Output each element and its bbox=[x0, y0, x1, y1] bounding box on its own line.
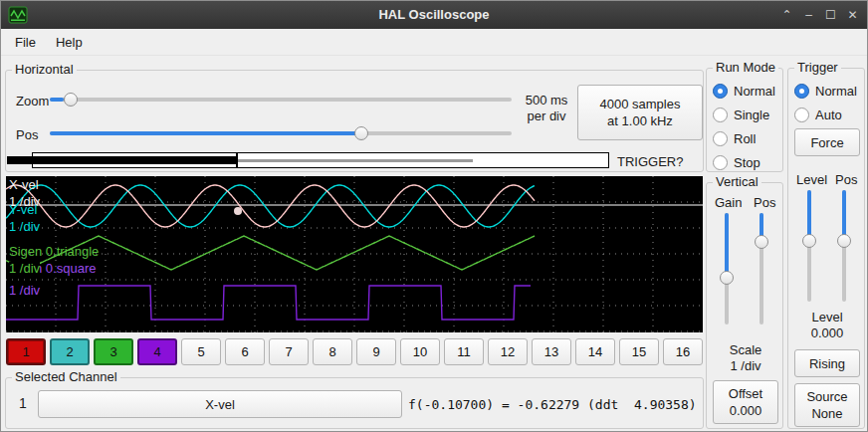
zoom-slider-fill bbox=[50, 98, 64, 102]
scope-label: Y-vel bbox=[9, 203, 37, 217]
trigger-level-slider[interactable] bbox=[802, 190, 816, 302]
selected-channel-group: Selected Channel 1 X-vel f(-0.10700) = -… bbox=[5, 377, 704, 429]
rate-display: 500 ms per div bbox=[516, 93, 577, 124]
channel-button-12[interactable]: 12 bbox=[488, 338, 528, 365]
run-mode-group: Run Mode NormalSingleRollStop bbox=[706, 68, 783, 172]
menubar: File Help bbox=[1, 29, 867, 56]
channel-name-button[interactable]: X-vel bbox=[38, 390, 402, 418]
source-button[interactable]: Source None bbox=[794, 383, 860, 427]
channel-button-11[interactable]: 11 bbox=[444, 338, 484, 365]
menu-help[interactable]: Help bbox=[46, 31, 93, 54]
channel-button-7[interactable]: 7 bbox=[269, 338, 309, 365]
app-window: HAL Oscilloscope ⌃ – ☐ ✕ File Help Horiz… bbox=[0, 0, 868, 432]
channel-button-4[interactable]: 4 bbox=[137, 338, 177, 365]
rising-button[interactable]: Rising bbox=[794, 349, 860, 377]
channel-button-3[interactable]: 3 bbox=[94, 338, 133, 365]
radio-dot[interactable] bbox=[713, 131, 728, 146]
channel-button-16[interactable]: 16 bbox=[663, 338, 703, 365]
gain-slider[interactable] bbox=[720, 213, 734, 324]
rate-line1: 500 ms bbox=[516, 93, 577, 108]
radio-normal[interactable]: Normal bbox=[713, 79, 775, 103]
radio-dot[interactable] bbox=[713, 108, 728, 122]
scope-display[interactable]: X-vel1 /divY-vel1 /divSigen 0.triangleSi… bbox=[6, 176, 703, 332]
window-title: HAL Oscilloscope bbox=[1, 7, 867, 22]
menu-file[interactable]: File bbox=[5, 31, 46, 54]
channel-button-15[interactable]: 15 bbox=[619, 338, 659, 365]
run-mode-group-label: Run Mode bbox=[713, 60, 778, 75]
channel-row: 12345678910111213141516 bbox=[6, 338, 703, 365]
maximize-icon[interactable]: ☐ bbox=[824, 1, 837, 29]
rate-line2: per div bbox=[516, 108, 577, 124]
trigger-pos-slider-knob[interactable] bbox=[837, 234, 851, 248]
radio-label: Normal bbox=[815, 84, 857, 99]
trigger-level-slider-knob[interactable] bbox=[802, 234, 816, 248]
scope-label: Sigen 0.triangle bbox=[9, 245, 99, 259]
horizontal-group: Horizontal Zoom 500 ms per div 4000 samp… bbox=[5, 70, 704, 172]
radio-auto[interactable]: Auto bbox=[794, 103, 857, 126]
titlebar: HAL Oscilloscope ⌃ – ☐ ✕ bbox=[1, 1, 867, 29]
timeline-position-marker[interactable] bbox=[236, 152, 238, 168]
rising-button-label: Rising bbox=[809, 355, 845, 372]
pos-slider-fill bbox=[50, 131, 364, 135]
radio-label: Normal bbox=[734, 84, 775, 99]
channel-button-1[interactable]: 1 bbox=[6, 338, 46, 365]
scope-label: X-vel bbox=[9, 178, 39, 192]
channel-button-5[interactable]: 5 bbox=[181, 338, 221, 365]
zoom-slider[interactable] bbox=[50, 90, 512, 109]
radio-dot[interactable] bbox=[713, 84, 728, 99]
scale-value: 1 /div bbox=[707, 358, 784, 373]
minimize-icon[interactable]: – bbox=[802, 1, 815, 29]
radio-label: Auto bbox=[815, 108, 842, 122]
channel-button-2[interactable]: 2 bbox=[50, 338, 90, 365]
zoom-slider-knob[interactable] bbox=[64, 93, 78, 107]
window-controls: ⌃ – ☐ ✕ bbox=[780, 1, 859, 29]
pos-label: Pos bbox=[16, 127, 38, 142]
force-button-label: Force bbox=[810, 134, 843, 151]
scope-labels: X-vel1 /divY-vel1 /divSigen 0.triangleSi… bbox=[6, 176, 703, 332]
samples-button[interactable]: 4000 samples at 1.00 kHz bbox=[577, 85, 703, 140]
gain-slider-track[interactable] bbox=[725, 213, 729, 324]
vertical-pos-slider-knob[interactable] bbox=[755, 235, 768, 249]
offset-button[interactable]: Offset 0.000 bbox=[713, 380, 778, 424]
vertical-pos-slider[interactable] bbox=[755, 213, 768, 324]
pos-slider-track[interactable] bbox=[50, 131, 512, 135]
trigger-pos-slider-fill bbox=[842, 190, 846, 240]
vertical-pos-col-label: Pos bbox=[754, 195, 775, 210]
channel-button-13[interactable]: 13 bbox=[532, 338, 571, 365]
timeline-filled-region bbox=[7, 156, 238, 164]
close-icon[interactable]: ✕ bbox=[846, 1, 859, 29]
pos-slider-knob[interactable] bbox=[354, 126, 368, 140]
channel-button-8[interactable]: 8 bbox=[313, 338, 352, 365]
channel-button-6[interactable]: 6 bbox=[225, 338, 265, 365]
radio-stop[interactable]: Stop bbox=[713, 150, 775, 174]
radio-label: Roll bbox=[734, 131, 756, 146]
trigger-group: Trigger NormalAuto Force Level Pos Level… bbox=[787, 68, 865, 429]
offset-button-label: Offset bbox=[729, 385, 762, 402]
radio-dot[interactable] bbox=[794, 108, 809, 122]
radio-label: Single bbox=[734, 108, 769, 122]
zoom-slider-track[interactable] bbox=[50, 98, 512, 102]
vertical-group: Vertical Gain Pos Scale 1 /div Offset 0.… bbox=[706, 182, 783, 429]
radio-label: Stop bbox=[734, 155, 760, 170]
force-button[interactable]: Force bbox=[794, 128, 860, 156]
channel-button-14[interactable]: 14 bbox=[575, 338, 615, 365]
radio-dot[interactable] bbox=[794, 84, 809, 99]
channel-button-9[interactable]: 9 bbox=[356, 338, 396, 365]
trigger-level-value: 0.000 bbox=[788, 325, 866, 340]
shade-icon[interactable]: ⌃ bbox=[780, 1, 793, 29]
radio-single[interactable]: Single bbox=[713, 103, 775, 126]
gain-slider-knob[interactable] bbox=[720, 271, 734, 285]
pos-slider[interactable] bbox=[50, 123, 512, 143]
radio-roll[interactable]: Roll bbox=[713, 126, 775, 150]
gain-col-label: Gain bbox=[715, 195, 742, 210]
vertical-group-label: Vertical bbox=[713, 174, 761, 189]
trigger-mode-options: NormalAuto bbox=[794, 79, 857, 126]
vertical-pos-slider-track[interactable] bbox=[760, 213, 763, 324]
trigger-level-caption: Level bbox=[788, 310, 866, 324]
radio-dot[interactable] bbox=[713, 155, 728, 170]
channel-button-10[interactable]: 10 bbox=[400, 338, 440, 365]
radio-normal[interactable]: Normal bbox=[794, 79, 857, 103]
trigger-pos-slider[interactable] bbox=[837, 190, 851, 302]
scale-caption: Scale bbox=[707, 342, 784, 357]
scope-label: 1 /div bbox=[9, 284, 40, 298]
